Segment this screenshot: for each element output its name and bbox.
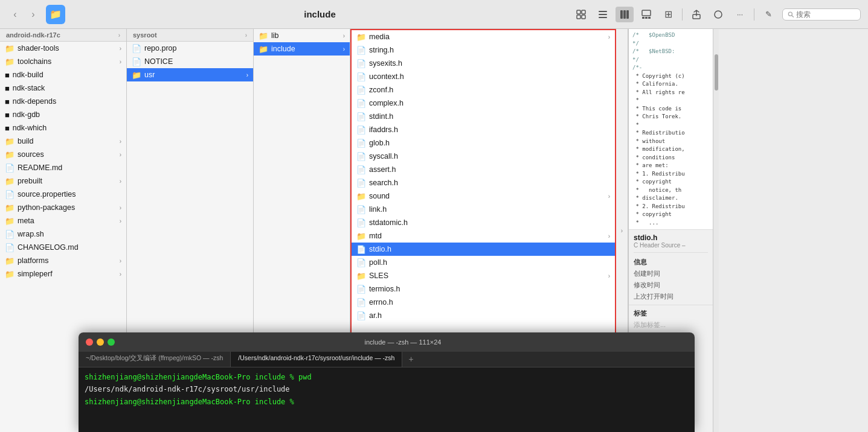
code-line: * conditions [632, 154, 709, 162]
column-2-header: sysroot › [127, 29, 253, 42]
list-item[interactable]: 📄 glob.h [352, 136, 615, 150]
more-view-button[interactable]: ⊞ [659, 7, 677, 22]
list-item[interactable]: 📄 complex.h [352, 97, 615, 110]
toolbar: ‹ › 📁 include [0, 0, 868, 29]
list-item[interactable]: 📄 ifaddrs.h [352, 123, 615, 136]
list-item[interactable]: 📄 stdint.h [352, 110, 615, 123]
svg-line-17 [792, 15, 794, 17]
list-item[interactable]: 📁 python-packages › [0, 201, 126, 214]
list-item[interactable]: 📄 sysexits.h [352, 57, 615, 70]
code-line: */ [632, 40, 709, 48]
grid-view-button[interactable] [572, 7, 590, 22]
list-item-stdio[interactable]: 📄 stdio.h [352, 243, 615, 256]
file-h-icon: 📄 [356, 152, 366, 161]
list-item[interactable]: ■ ndk-gdb [0, 108, 126, 121]
list-item[interactable]: 📄 zconf.h [352, 83, 615, 97]
column-view-button[interactable] [616, 7, 634, 22]
svg-point-16 [788, 12, 792, 16]
list-view-button[interactable] [594, 7, 612, 22]
list-item[interactable]: 📄 assert.h [352, 163, 615, 176]
list-item[interactable]: 📄 ar.h [352, 309, 615, 322]
file-icon: 📄 [5, 230, 14, 239]
list-item[interactable]: 📄 stdatomic.h [352, 216, 615, 229]
code-line: * ... [632, 219, 709, 227]
list-item[interactable]: 📁 media › [352, 30, 615, 43]
list-item[interactable]: 📄 poll.h [352, 256, 615, 269]
list-item[interactable]: 📁 toolchains › [0, 55, 126, 68]
share-button[interactable] [687, 7, 706, 22]
list-item[interactable]: ■ ndk-stack [0, 81, 126, 95]
list-item[interactable]: 📄 ucontext.h [352, 70, 615, 83]
folder-icon: 📁 [5, 177, 14, 186]
list-item[interactable]: 📁 sources › [0, 148, 126, 161]
list-item[interactable]: ■ ndk-depends [0, 95, 126, 108]
folder-icon: 📁 [259, 45, 268, 54]
list-item[interactable]: 📁 build › [0, 135, 126, 148]
column-1-chevron: › [118, 32, 120, 39]
folder-icon: 📁 [259, 31, 268, 40]
info-section: 信息 创建时间 修改时间 上次打开时间 [629, 254, 713, 305]
share-icon [692, 10, 701, 19]
column-1-title: android-ndk-r17c [6, 31, 60, 39]
list-item[interactable]: 📁 prebuilt › [0, 174, 126, 188]
search-input[interactable] [796, 10, 855, 19]
list-item[interactable]: 📁 platforms › [0, 254, 126, 267]
gallery-view-button[interactable] [637, 7, 655, 22]
list-item[interactable]: 📄 termios.h [352, 282, 615, 296]
add-tag-button[interactable]: 添加标签... [634, 320, 708, 329]
back-button[interactable]: ‹ [7, 7, 23, 22]
code-line: /*- [632, 64, 709, 72]
file-icon: 📄 [5, 243, 14, 252]
list-item[interactable]: 📄 source.properties [0, 188, 126, 201]
list-item[interactable]: 📄 string.h [352, 43, 615, 57]
list-item[interactable]: 📄 search.h [352, 176, 615, 189]
code-line: * Copyright (c) [632, 72, 709, 81]
tag-button[interactable] [709, 7, 727, 22]
list-item[interactable]: 📄 link.h [352, 203, 615, 216]
terminal-body[interactable]: shizhenjiang@shizhenjiangdeMacBook-Pro i… [79, 367, 695, 432]
terminal-tab-1[interactable]: ~/Desktop/blog/交叉编译 (ffmpeg)/mkSO — -zsh [79, 352, 231, 367]
list-item[interactable]: 📁 simpleperf › [0, 267, 126, 281]
list-item[interactable]: ■ ndk-which [0, 121, 126, 135]
terminal-tab-2[interactable]: /Users/ndk/android-ndk-r17c/sysroot/usr/… [231, 352, 402, 367]
edit-button[interactable]: ✎ [759, 7, 777, 22]
list-item-include[interactable]: 📁 include › [254, 42, 350, 56]
terminal-prompt: shizhenjiang@shizhenjiangdeMacBook-Pro i… [85, 398, 294, 406]
list-item[interactable]: 📁 lib › [254, 29, 350, 42]
file-name: stdio.h [634, 233, 708, 242]
list-item[interactable]: 📄 CHANGELOG.md [0, 241, 126, 254]
list-item[interactable]: 📄 README.md [0, 161, 126, 174]
file-h-icon: 📄 [356, 179, 366, 188]
list-item[interactable]: 📁 meta › [0, 214, 126, 227]
list-item[interactable]: 📄 wrap.sh [0, 227, 126, 241]
file-icon: ■ [5, 124, 10, 133]
list-item-usr[interactable]: 📁 usr › [127, 68, 253, 81]
maximize-button[interactable] [108, 338, 115, 346]
code-line: */ [632, 56, 709, 65]
terminal-window: include — -zsh — 111×24 ~/Desktop/blog/交… [79, 332, 695, 432]
search-box[interactable] [782, 8, 861, 21]
add-tab-button[interactable]: + [402, 352, 419, 367]
list-item-sound[interactable]: 📁 sound › [352, 189, 615, 203]
minimize-button[interactable] [97, 338, 104, 346]
list-item[interactable]: 📄 NOTICE [127, 55, 253, 68]
view-controls: ⊞ ··· ✎ [572, 7, 777, 22]
close-button[interactable] [86, 338, 93, 346]
code-line: * 1. Redistribu [632, 170, 709, 179]
list-item[interactable]: 📁 shader-tools › [0, 42, 126, 55]
terminal-titlebar: include — -zsh — 111×24 [79, 332, 695, 352]
columns-icon [620, 10, 629, 19]
list-item[interactable]: ■ ndk-build [0, 68, 126, 81]
list-item[interactable]: 📁 SLES › [352, 269, 615, 282]
action-button[interactable]: ··· [731, 7, 749, 22]
list-item[interactable]: 📄 repo.prop [127, 42, 253, 55]
list-item[interactable]: 📁 mtd › [352, 229, 615, 243]
forward-button[interactable]: › [25, 7, 41, 22]
svg-rect-3 [582, 15, 585, 19]
terminal-tabs: ~/Desktop/blog/交叉编译 (ffmpeg)/mkSO — -zsh… [79, 352, 695, 367]
main-scrollbar[interactable] [713, 29, 719, 432]
list-item[interactable]: 📄 errno.h [352, 296, 615, 309]
svg-rect-1 [582, 10, 585, 14]
code-line: * [632, 97, 709, 105]
list-item[interactable]: 📄 syscall.h [352, 150, 615, 163]
